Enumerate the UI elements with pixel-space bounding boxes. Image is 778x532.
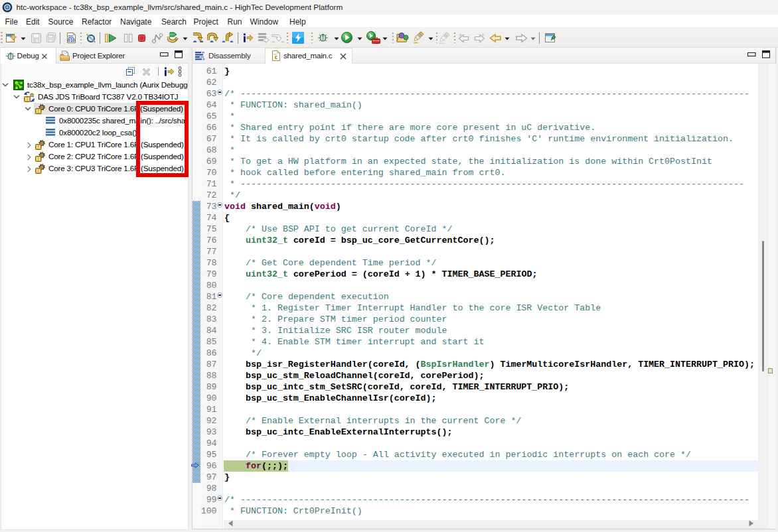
svg-text:010: 010 [68,38,75,42]
